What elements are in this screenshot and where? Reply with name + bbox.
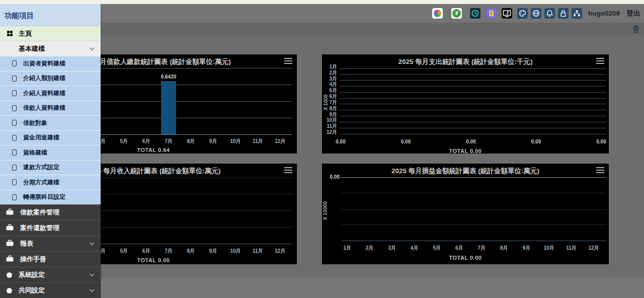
x-axis-month-label: 5月 [428,245,445,252]
sidebar-item-common-settings[interactable]: 共同設定 [0,282,101,298]
x-axis-month-label: 5月 [115,138,132,145]
bell-icon[interactable] [544,8,555,19]
chevron-down-icon [90,45,95,50]
x-axis-month-label: 4月 [406,245,423,252]
gridline [340,98,606,99]
doc-outline-icon [12,194,17,200]
sidebar-item-manual[interactable]: 操作手冊 [0,251,101,267]
page-top-strip [0,0,644,4]
gridline [340,86,606,87]
sidebar-item-voucher-subject[interactable]: 轉傳票科目設定 [0,190,101,205]
chart-title: 2025 每月支出統計圖表 (統計金額單位:千元) [322,57,609,66]
x-axis-tick: 0.00 [528,139,545,144]
sidebar-item-home[interactable]: 主頁 [0,26,101,41]
chart-menu-icon[interactable] [596,167,604,173]
sidebar-item-repayment-method[interactable]: 還款方式設定 [0,160,101,175]
briefcase-icon [6,224,14,233]
gridline [340,92,606,93]
doc-outline-icon [12,120,17,126]
sidebar-item-system-settings[interactable]: 系統設定 [0,267,101,282]
chart-menu-icon[interactable] [284,167,292,173]
x-axis-month-label: 7月 [160,138,177,145]
sidebar-item-borrower-data[interactable]: 借款人資料建檔 [0,101,101,116]
doc-outline-icon [12,105,17,111]
doc-outline-icon [12,135,17,141]
gridline [341,209,606,210]
sidebar-item-funder-data[interactable]: 出資者資料建檔 [0,56,101,71]
sidebar-item-loan-target[interactable]: 借款對象 [0,115,101,130]
pinwheel-logo-icon[interactable] [432,8,443,19]
sidebar-item-reports[interactable]: 報表 [0,236,101,251]
sidebar-item-installment-method[interactable]: 分期方式建檔 [0,175,101,190]
globe-icon[interactable] [531,8,541,19]
sidebar: 功能項目 主頁 基本建檔 出資者資料建檔 介紹人類別建檔 介紹人資料建檔 借款人… [0,4,101,298]
sidebar-item-loan-case-mgmt[interactable]: 借款案件管理 [0,204,101,220]
x-axis-month-label: 10月 [227,138,244,145]
x-axis-month-label: 2月 [361,245,378,252]
gridline [340,134,606,134]
x-axis-month-label: 5月 [115,248,132,255]
username-label: hugo0209 [588,10,620,17]
sidebar-group-basic-setup[interactable]: 基本建檔 [0,41,101,56]
lock-icon[interactable] [558,8,569,19]
gridline [340,104,606,104]
x-axis-month-label: 7月 [160,248,177,255]
doc-outline-icon [12,90,17,96]
x-axis-month-label: 6月 [138,138,155,145]
x-axis-month-label: 11月 [249,248,266,255]
circle-icon [7,272,12,278]
logout-link[interactable]: 登出 [626,9,640,18]
briefcase-icon [6,239,14,248]
doc-outline-icon [12,165,17,171]
home-grid-icon [7,31,13,36]
chart-menu-icon[interactable] [596,58,604,64]
sidebar-title: 功能項目 [0,4,101,26]
chevron-down-icon [90,287,95,292]
gridline [340,80,606,81]
bank-logo-icon[interactable]: ¥ [451,8,462,19]
scroll-document-icon[interactable] [486,8,497,19]
x-axis-month-label: 10月 [227,248,244,255]
bar-july[interactable] [161,81,176,134]
x-axis-month-label: 6月 [138,248,155,255]
x-axis-month-label: 9月 [205,248,222,255]
gridline [340,122,606,122]
gridline [340,110,606,110]
y-axis-tick: 0.00 [329,174,340,180]
x-axis-tick: 0.00 [462,139,479,144]
x-axis-tick: 0.00 [332,139,349,144]
zero-line [341,177,606,178]
x-axis-month-label: 10月 [540,245,557,252]
x-axis-month-label: 11月 [249,138,266,145]
x-axis-month-label: 12月 [272,248,289,255]
bar-value-label: 0.6420 [156,74,181,80]
trash-icon[interactable] [632,25,640,33]
chart-title: 2025 每月損益金額統計圖表 (統計金額單位:萬元) [322,167,609,176]
sidebar-item-referrer-category[interactable]: 介紹人類別建檔 [0,71,101,86]
doc-outline-icon [12,150,17,156]
presentation-screen-icon[interactable] [502,8,512,19]
sidebar-item-fund-usage[interactable]: 資金用途建檔 [0,130,101,145]
sidebar-item-qualification[interactable]: 資格建檔 [0,145,101,160]
doc-outline-icon [12,76,17,82]
chart-total: TOTAL 0.00 [322,148,609,154]
x-axis-month-label: 8月 [182,138,199,145]
circle-icon [7,288,12,293]
clock-icon[interactable] [470,8,480,19]
x-axis-line [341,241,606,241]
gridline [341,193,606,193]
chart-unit-label: X 10000 [323,201,328,220]
chevron-down-icon [90,241,95,246]
gridline [341,225,606,225]
palette-icon[interactable] [517,8,528,19]
sidebar-item-case-repayment-mgmt[interactable]: 案件還款管理 [0,220,101,236]
chart-expense-panel: 2025 每月支出統計圖表 (統計金額單位:千元) X 1000 TOTAL 0… [322,54,609,154]
chart-total: TOTAL 0.00 [322,255,609,261]
chart-profit-loss-panel: 2025 每月損益金額統計圖表 (統計金額單位:萬元) 0.00 X 10000… [322,164,609,264]
chart-menu-icon[interactable] [284,58,292,64]
x-axis-month-label: 12月 [585,245,602,252]
sidebar-item-referrer-data[interactable]: 介紹人資料建檔 [0,86,101,101]
sitemap-icon[interactable] [572,8,582,19]
gridline [340,128,606,128]
x-axis-month-label: 6月 [451,245,468,252]
